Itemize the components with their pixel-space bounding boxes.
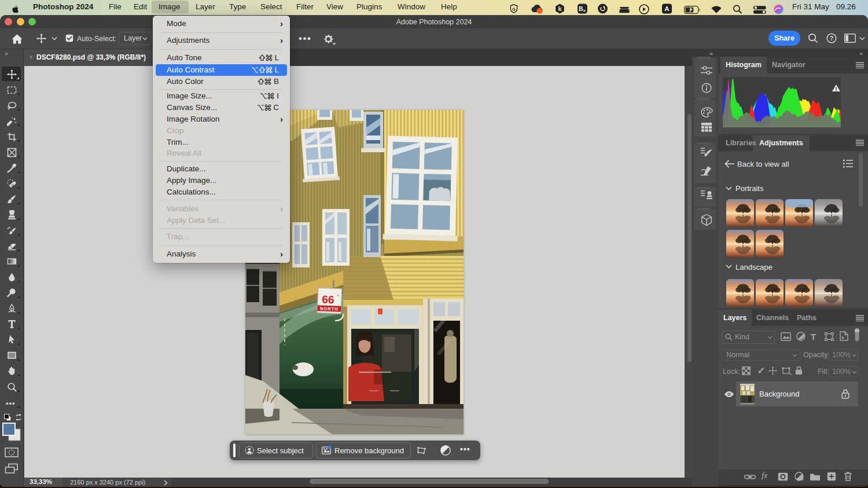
- svg-text:NORTH: NORTH: [320, 306, 339, 311]
- svg-text:×: ×: [583, 8, 586, 13]
- svg-text:?: ?: [830, 35, 833, 42]
- svg-text:A: A: [664, 5, 669, 12]
- svg-text:66: 66: [322, 293, 334, 306]
- svg-text:B: B: [579, 5, 583, 12]
- svg-text:°: °: [337, 293, 339, 299]
- svg-text:k: k: [558, 5, 562, 12]
